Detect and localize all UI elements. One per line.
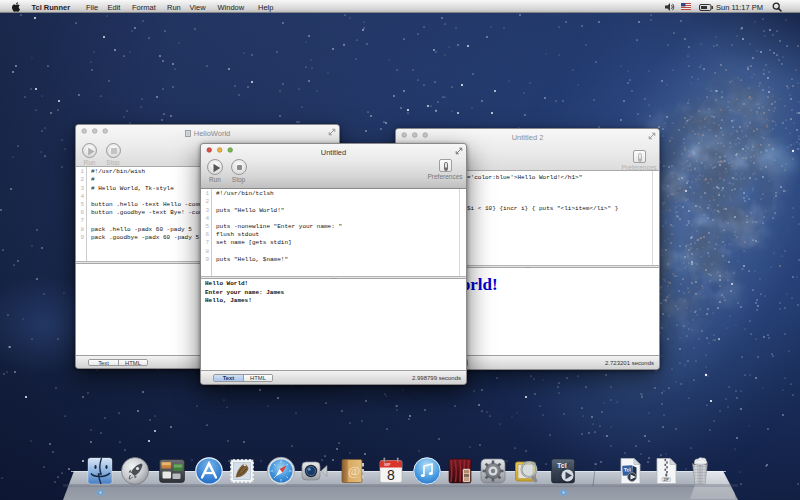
svg-text:ZIP: ZIP [664, 490, 670, 494]
svg-text:ZIP: ZIP [664, 478, 670, 482]
svg-text:Tcl: Tcl [557, 462, 567, 469]
svg-text:@: @ [348, 463, 360, 478]
svg-text:@: @ [348, 494, 360, 500]
svg-text:8: 8 [387, 467, 395, 483]
svg-text:8: 8 [387, 490, 395, 500]
svg-text:Tcl: Tcl [624, 466, 632, 473]
